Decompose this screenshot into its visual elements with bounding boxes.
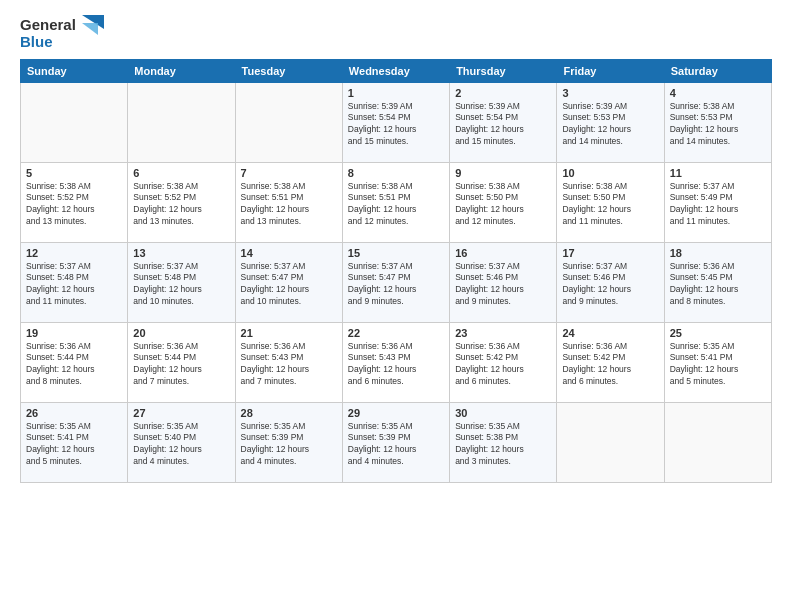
- day-number: 15: [348, 247, 444, 259]
- header-sunday: Sunday: [21, 59, 128, 82]
- day-info: Sunrise: 5:36 AM Sunset: 5:42 PM Dayligh…: [455, 341, 551, 389]
- day-info: Sunrise: 5:36 AM Sunset: 5:44 PM Dayligh…: [133, 341, 229, 389]
- day-number: 3: [562, 87, 658, 99]
- day-number: 25: [670, 327, 766, 339]
- day-number: 20: [133, 327, 229, 339]
- header-tuesday: Tuesday: [235, 59, 342, 82]
- table-row: 27Sunrise: 5:35 AM Sunset: 5:40 PM Dayli…: [128, 402, 235, 482]
- table-row: 18Sunrise: 5:36 AM Sunset: 5:45 PM Dayli…: [664, 242, 771, 322]
- table-row: 23Sunrise: 5:36 AM Sunset: 5:42 PM Dayli…: [450, 322, 557, 402]
- table-row: 15Sunrise: 5:37 AM Sunset: 5:47 PM Dayli…: [342, 242, 449, 322]
- table-row: 17Sunrise: 5:37 AM Sunset: 5:46 PM Dayli…: [557, 242, 664, 322]
- day-info: Sunrise: 5:37 AM Sunset: 5:49 PM Dayligh…: [670, 181, 766, 229]
- day-info: Sunrise: 5:39 AM Sunset: 5:54 PM Dayligh…: [455, 101, 551, 149]
- day-info: Sunrise: 5:38 AM Sunset: 5:50 PM Dayligh…: [562, 181, 658, 229]
- day-number: 2: [455, 87, 551, 99]
- table-row: 13Sunrise: 5:37 AM Sunset: 5:48 PM Dayli…: [128, 242, 235, 322]
- day-info: Sunrise: 5:35 AM Sunset: 5:41 PM Dayligh…: [26, 421, 122, 469]
- day-number: 5: [26, 167, 122, 179]
- table-row: 11Sunrise: 5:37 AM Sunset: 5:49 PM Dayli…: [664, 162, 771, 242]
- table-row: 29Sunrise: 5:35 AM Sunset: 5:39 PM Dayli…: [342, 402, 449, 482]
- day-info: Sunrise: 5:38 AM Sunset: 5:52 PM Dayligh…: [133, 181, 229, 229]
- day-number: 27: [133, 407, 229, 419]
- header-friday: Friday: [557, 59, 664, 82]
- table-row: 2Sunrise: 5:39 AM Sunset: 5:54 PM Daylig…: [450, 82, 557, 162]
- day-number: 4: [670, 87, 766, 99]
- day-info: Sunrise: 5:37 AM Sunset: 5:47 PM Dayligh…: [348, 261, 444, 309]
- day-info: Sunrise: 5:37 AM Sunset: 5:46 PM Dayligh…: [455, 261, 551, 309]
- day-info: Sunrise: 5:35 AM Sunset: 5:41 PM Dayligh…: [670, 341, 766, 389]
- day-info: Sunrise: 5:38 AM Sunset: 5:53 PM Dayligh…: [670, 101, 766, 149]
- table-row: [128, 82, 235, 162]
- table-row: 3Sunrise: 5:39 AM Sunset: 5:53 PM Daylig…: [557, 82, 664, 162]
- day-number: 22: [348, 327, 444, 339]
- table-row: 20Sunrise: 5:36 AM Sunset: 5:44 PM Dayli…: [128, 322, 235, 402]
- calendar-table: Sunday Monday Tuesday Wednesday Thursday…: [20, 59, 772, 483]
- day-info: Sunrise: 5:35 AM Sunset: 5:39 PM Dayligh…: [241, 421, 337, 469]
- day-info: Sunrise: 5:39 AM Sunset: 5:53 PM Dayligh…: [562, 101, 658, 149]
- day-info: Sunrise: 5:38 AM Sunset: 5:51 PM Dayligh…: [348, 181, 444, 229]
- table-row: 5Sunrise: 5:38 AM Sunset: 5:52 PM Daylig…: [21, 162, 128, 242]
- table-row: 8Sunrise: 5:38 AM Sunset: 5:51 PM Daylig…: [342, 162, 449, 242]
- table-row: [664, 402, 771, 482]
- day-info: Sunrise: 5:35 AM Sunset: 5:39 PM Dayligh…: [348, 421, 444, 469]
- table-row: 1Sunrise: 5:39 AM Sunset: 5:54 PM Daylig…: [342, 82, 449, 162]
- table-row: 26Sunrise: 5:35 AM Sunset: 5:41 PM Dayli…: [21, 402, 128, 482]
- logo: General Blue: [20, 16, 104, 51]
- day-info: Sunrise: 5:36 AM Sunset: 5:43 PM Dayligh…: [348, 341, 444, 389]
- table-row: 25Sunrise: 5:35 AM Sunset: 5:41 PM Dayli…: [664, 322, 771, 402]
- table-row: [557, 402, 664, 482]
- day-number: 13: [133, 247, 229, 259]
- day-info: Sunrise: 5:38 AM Sunset: 5:50 PM Dayligh…: [455, 181, 551, 229]
- day-number: 18: [670, 247, 766, 259]
- header-saturday: Saturday: [664, 59, 771, 82]
- logo-text: General Blue: [20, 16, 76, 51]
- day-info: Sunrise: 5:35 AM Sunset: 5:38 PM Dayligh…: [455, 421, 551, 469]
- table-row: 9Sunrise: 5:38 AM Sunset: 5:50 PM Daylig…: [450, 162, 557, 242]
- table-row: 21Sunrise: 5:36 AM Sunset: 5:43 PM Dayli…: [235, 322, 342, 402]
- table-row: 6Sunrise: 5:38 AM Sunset: 5:52 PM Daylig…: [128, 162, 235, 242]
- table-row: 4Sunrise: 5:38 AM Sunset: 5:53 PM Daylig…: [664, 82, 771, 162]
- header-thursday: Thursday: [450, 59, 557, 82]
- svg-marker-1: [82, 23, 98, 35]
- day-info: Sunrise: 5:35 AM Sunset: 5:40 PM Dayligh…: [133, 421, 229, 469]
- logo-arrow-icon: [82, 15, 104, 43]
- day-info: Sunrise: 5:36 AM Sunset: 5:43 PM Dayligh…: [241, 341, 337, 389]
- table-row: 7Sunrise: 5:38 AM Sunset: 5:51 PM Daylig…: [235, 162, 342, 242]
- day-number: 26: [26, 407, 122, 419]
- table-row: 30Sunrise: 5:35 AM Sunset: 5:38 PM Dayli…: [450, 402, 557, 482]
- day-number: 1: [348, 87, 444, 99]
- day-number: 23: [455, 327, 551, 339]
- table-row: 19Sunrise: 5:36 AM Sunset: 5:44 PM Dayli…: [21, 322, 128, 402]
- day-info: Sunrise: 5:37 AM Sunset: 5:48 PM Dayligh…: [133, 261, 229, 309]
- day-number: 9: [455, 167, 551, 179]
- day-info: Sunrise: 5:38 AM Sunset: 5:52 PM Dayligh…: [26, 181, 122, 229]
- table-row: 10Sunrise: 5:38 AM Sunset: 5:50 PM Dayli…: [557, 162, 664, 242]
- day-info: Sunrise: 5:36 AM Sunset: 5:45 PM Dayligh…: [670, 261, 766, 309]
- table-row: [21, 82, 128, 162]
- day-number: 16: [455, 247, 551, 259]
- day-number: 11: [670, 167, 766, 179]
- day-number: 21: [241, 327, 337, 339]
- day-number: 29: [348, 407, 444, 419]
- day-number: 17: [562, 247, 658, 259]
- table-row: 28Sunrise: 5:35 AM Sunset: 5:39 PM Dayli…: [235, 402, 342, 482]
- table-row: [235, 82, 342, 162]
- day-number: 19: [26, 327, 122, 339]
- day-info: Sunrise: 5:36 AM Sunset: 5:42 PM Dayligh…: [562, 341, 658, 389]
- day-number: 14: [241, 247, 337, 259]
- table-row: 22Sunrise: 5:36 AM Sunset: 5:43 PM Dayli…: [342, 322, 449, 402]
- day-info: Sunrise: 5:39 AM Sunset: 5:54 PM Dayligh…: [348, 101, 444, 149]
- day-info: Sunrise: 5:37 AM Sunset: 5:46 PM Dayligh…: [562, 261, 658, 309]
- table-row: 16Sunrise: 5:37 AM Sunset: 5:46 PM Dayli…: [450, 242, 557, 322]
- table-row: 24Sunrise: 5:36 AM Sunset: 5:42 PM Dayli…: [557, 322, 664, 402]
- day-number: 7: [241, 167, 337, 179]
- day-info: Sunrise: 5:37 AM Sunset: 5:47 PM Dayligh…: [241, 261, 337, 309]
- day-number: 28: [241, 407, 337, 419]
- day-number: 8: [348, 167, 444, 179]
- header-monday: Monday: [128, 59, 235, 82]
- day-number: 30: [455, 407, 551, 419]
- day-number: 12: [26, 247, 122, 259]
- day-info: Sunrise: 5:36 AM Sunset: 5:44 PM Dayligh…: [26, 341, 122, 389]
- table-row: 14Sunrise: 5:37 AM Sunset: 5:47 PM Dayli…: [235, 242, 342, 322]
